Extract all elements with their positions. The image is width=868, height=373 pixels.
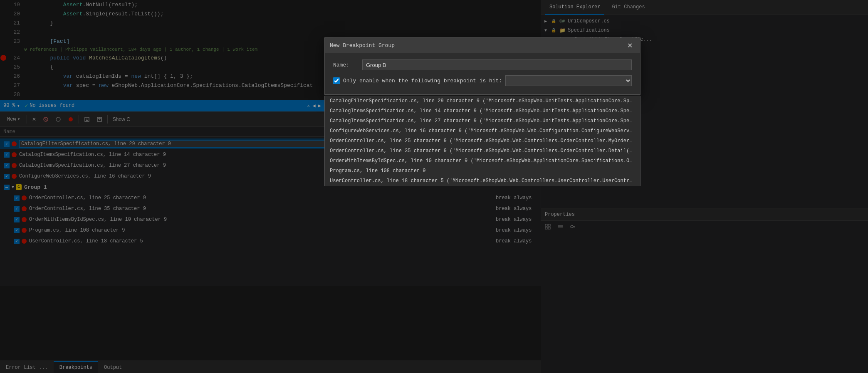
dropdown-item-4[interactable]: ConfigureWebServices.cs, line 16 charact… <box>325 126 640 136</box>
dropdown-item-3[interactable]: CatalogItemsSpecification.cs, line 27 ch… <box>325 116 640 126</box>
modal-name-input[interactable] <box>362 59 632 70</box>
modal-checkbox-label: Only enable when the following breakpoin… <box>343 78 502 84</box>
modal-close-button[interactable]: ✕ <box>625 41 635 50</box>
dropdown-item-9[interactable]: UserController.cs, line 18 character 5 (… <box>325 176 640 186</box>
dropdown-item-1[interactable]: CatalogFilterSpecification.cs, line 29 c… <box>325 96 640 106</box>
dropdown-item-2[interactable]: CatalogItemsSpecification.cs, line 14 ch… <box>325 106 640 116</box>
breakpoint-dropdown-list[interactable]: CatalogFilterSpecification.cs, line 29 c… <box>324 96 640 186</box>
dropdown-item-6[interactable]: OrderController.cs, line 35 character 9 … <box>325 146 640 156</box>
modal-enable-checkbox[interactable] <box>333 77 340 84</box>
dropdown-item-7[interactable]: OrderWithItemsByIdSpec.cs, line 10 chara… <box>325 156 640 166</box>
modal-name-label: Name: <box>333 62 358 68</box>
modal-title: New Breakpoint Group <box>330 42 395 49</box>
modal-checkbox-row: Only enable when the following breakpoin… <box>333 75 632 86</box>
modal-name-row: Name: <box>333 59 632 70</box>
dropdown-item-5[interactable]: OrderController.cs, line 25 character 9 … <box>325 136 640 146</box>
modal-titlebar: New Breakpoint Group ✕ <box>325 38 640 53</box>
dropdown-item-8[interactable]: Program.cs, line 108 character 9 <box>325 166 640 176</box>
modal-breakpoint-dropdown[interactable] <box>505 75 632 86</box>
modal-body: Name: Only enable when the following bre… <box>325 53 640 94</box>
new-breakpoint-group-modal: New Breakpoint Group ✕ Name: Only enable… <box>324 37 640 95</box>
